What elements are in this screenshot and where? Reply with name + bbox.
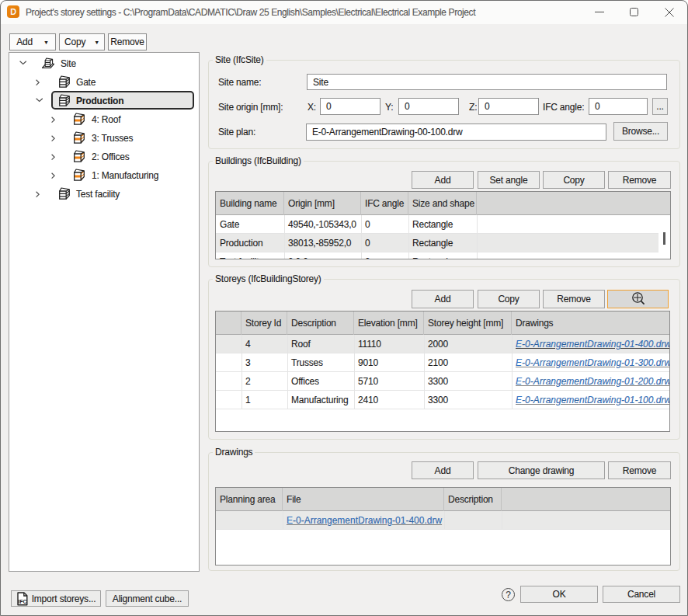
svg-text:IFC: IFC: [18, 598, 26, 604]
